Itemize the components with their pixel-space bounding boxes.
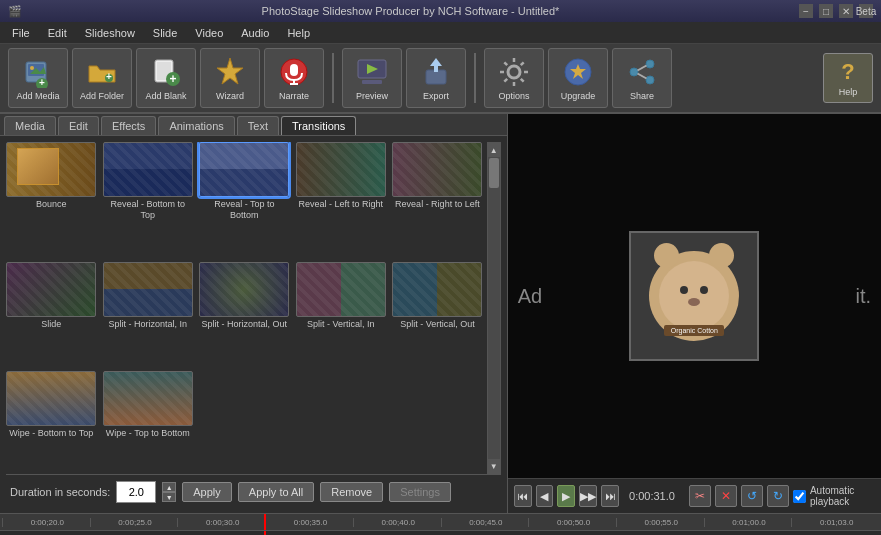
- share-button[interactable]: Share: [612, 48, 672, 108]
- transition-bounce-thumb: [6, 142, 96, 197]
- scroll-thumb[interactable]: [489, 158, 499, 188]
- toolbar-separator-2: [474, 53, 476, 103]
- add-blank-label: Add Blank: [145, 91, 186, 101]
- transition-split-vi[interactable]: Split - Vertical, In: [296, 262, 387, 365]
- transition-slide[interactable]: Slide: [6, 262, 97, 365]
- transition-wipe-tb-label: Wipe - Top to Bottom: [106, 428, 190, 439]
- scroll-up-button[interactable]: ▲: [488, 143, 500, 157]
- time-display: 0:00:31.0: [629, 490, 675, 502]
- tab-effects[interactable]: Effects: [101, 116, 156, 135]
- preview-icon: [356, 56, 388, 88]
- transition-wipe-bt-thumb: [6, 371, 96, 426]
- transition-split-ho[interactable]: Split - Horizontal, Out: [199, 262, 290, 365]
- options-button[interactable]: Options: [484, 48, 544, 108]
- transitions-grid-container: Bounce Reveal - Bottom to Top Reveal - T…: [6, 142, 501, 474]
- ruler-marks: 0:00;20.0 0:00;25.0 0:00;30.0 0:00;35.0 …: [2, 518, 879, 527]
- scroll-down-button[interactable]: ▼: [488, 459, 500, 473]
- tab-media[interactable]: Media: [4, 116, 56, 135]
- window-title: PhotoStage Slideshow Producer by NCH Sof…: [262, 5, 560, 17]
- ruler-mark: 0:00;35.0: [265, 518, 353, 527]
- menu-edit[interactable]: Edit: [40, 25, 75, 41]
- playback-controls: ⏮ ◀ ▶ ▶▶ ⏭ 0:00:31.0 ✂ ✕ ↺ ↻ Automatic p…: [508, 478, 881, 513]
- skip-start-button[interactable]: ⏮: [514, 485, 532, 507]
- play-button[interactable]: ▶: [557, 485, 575, 507]
- svg-rect-14: [290, 64, 298, 76]
- add-folder-button[interactable]: + Add Folder: [72, 48, 132, 108]
- toolbar: + Add Media + Add Folder + Add Blank: [0, 44, 881, 114]
- menu-help[interactable]: Help: [279, 25, 318, 41]
- transition-reveal-lr[interactable]: Reveal - Left to Right: [296, 142, 387, 256]
- settings-button[interactable]: Settings: [389, 482, 451, 502]
- help-button[interactable]: ? Help: [823, 53, 873, 103]
- apply-button[interactable]: Apply: [182, 482, 232, 502]
- tab-edit[interactable]: Edit: [58, 116, 99, 135]
- help-label: Help: [839, 87, 858, 97]
- minimize-button[interactable]: −: [799, 4, 813, 18]
- cut-button[interactable]: ✂: [689, 485, 711, 507]
- export-icon: [420, 56, 452, 88]
- transition-reveal-bt[interactable]: Reveal - Bottom to Top: [103, 142, 194, 256]
- bear-nose: [688, 298, 700, 306]
- transition-slide-label: Slide: [41, 319, 61, 330]
- menu-audio[interactable]: Audio: [233, 25, 277, 41]
- transition-reveal-tb[interactable]: Reveal - Top to Bottom: [199, 142, 290, 256]
- svg-text:+: +: [106, 71, 112, 82]
- ruler-mark: 0:00;20.0: [2, 518, 90, 527]
- menu-slide[interactable]: Slide: [145, 25, 185, 41]
- rewind-button[interactable]: ◀: [536, 485, 554, 507]
- transitions-scrollbar: ▲ ▼: [487, 142, 501, 474]
- transition-split-vo[interactable]: Split - Vertical, Out: [392, 262, 483, 365]
- delete-button[interactable]: ✕: [715, 485, 737, 507]
- add-media-label: Add Media: [16, 91, 59, 101]
- add-media-button[interactable]: + Add Media: [8, 48, 68, 108]
- transition-split-ho-thumb: [199, 262, 289, 317]
- tab-transitions[interactable]: Transitions: [281, 116, 356, 135]
- transition-reveal-tb-thumb: [199, 142, 289, 197]
- bear-badge: Organic Cotton: [664, 325, 724, 336]
- duration-input[interactable]: [116, 481, 156, 503]
- tab-animations[interactable]: Animations: [158, 116, 234, 135]
- autoplay-label[interactable]: Automatic playback: [793, 485, 875, 507]
- svg-rect-20: [426, 70, 446, 84]
- narrate-button[interactable]: Narrate: [264, 48, 324, 108]
- preview-label: Preview: [356, 91, 388, 101]
- share-icon: [626, 56, 658, 88]
- transition-bounce[interactable]: Bounce: [6, 142, 97, 256]
- transition-split-hi[interactable]: Split - Horizontal, In: [103, 262, 194, 365]
- tab-text[interactable]: Text: [237, 116, 279, 135]
- wizard-button[interactable]: Wizard: [200, 48, 260, 108]
- svg-marker-12: [217, 58, 243, 84]
- add-media-icon: +: [22, 56, 54, 88]
- transition-wipe-tb[interactable]: Wipe - Top to Bottom: [103, 371, 194, 474]
- svg-line-29: [638, 73, 647, 78]
- upgrade-button[interactable]: Upgrade: [548, 48, 608, 108]
- transitions-grid: Bounce Reveal - Bottom to Top Reveal - T…: [6, 142, 483, 474]
- undo-button[interactable]: ↺: [741, 485, 763, 507]
- preview-button[interactable]: Preview: [342, 48, 402, 108]
- menu-video[interactable]: Video: [187, 25, 231, 41]
- redo-button[interactable]: ↻: [767, 485, 789, 507]
- menu-file[interactable]: File: [4, 25, 38, 41]
- transition-reveal-rl[interactable]: Reveal - Right to Left: [392, 142, 483, 256]
- autoplay-checkbox[interactable]: [793, 490, 806, 503]
- preview-image: Organic Cotton: [629, 231, 759, 361]
- transition-reveal-lr-thumb: [296, 142, 386, 197]
- wizard-icon: [214, 56, 246, 88]
- duration-up-button[interactable]: ▲: [162, 482, 176, 492]
- maximize-button[interactable]: □: [819, 4, 833, 18]
- export-button[interactable]: Export: [406, 48, 466, 108]
- menu-slideshow[interactable]: Slideshow: [77, 25, 143, 41]
- remove-button[interactable]: Remove: [320, 482, 383, 502]
- fast-forward-button[interactable]: ▶▶: [579, 485, 597, 507]
- bottom-section: 0:00;20.0 0:00;25.0 0:00;30.0 0:00;35.0 …: [0, 513, 881, 535]
- apply-all-button[interactable]: Apply to All: [238, 482, 314, 502]
- transition-wipe-bt[interactable]: Wipe - Bottom to Top: [6, 371, 97, 474]
- transition-split-ho-label: Split - Horizontal, Out: [202, 319, 288, 330]
- close-button[interactable]: ✕: [839, 4, 853, 18]
- skip-end-button[interactable]: ⏭: [601, 485, 619, 507]
- add-blank-button[interactable]: + Add Blank: [136, 48, 196, 108]
- duration-spinner: ▲ ▼: [162, 482, 176, 502]
- ruler-mark: 0:00;45.0: [441, 518, 529, 527]
- duration-down-button[interactable]: ▼: [162, 492, 176, 502]
- svg-point-2: [30, 66, 34, 70]
